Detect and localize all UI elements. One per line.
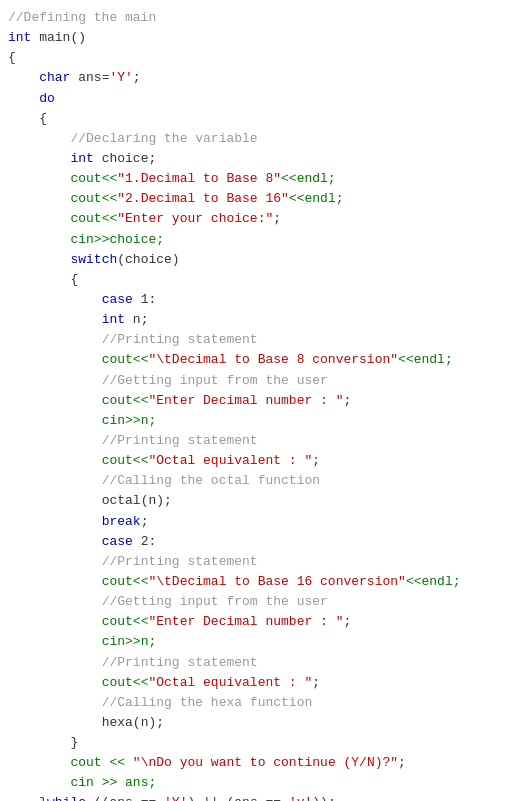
code-token: choice; bbox=[94, 149, 156, 169]
code-token: ans= bbox=[70, 68, 109, 88]
code-token: ; bbox=[312, 451, 320, 471]
code-token: <<endl; bbox=[406, 572, 461, 592]
code-line: cout<<"Enter Decimal number : "; bbox=[0, 612, 528, 632]
code-token: hexa(n); bbox=[102, 713, 164, 733]
code-token: "Enter Decimal number : " bbox=[148, 391, 343, 411]
code-token: "Octal equivalent : " bbox=[148, 673, 312, 693]
code-token: cout<< bbox=[70, 209, 117, 229]
code-token: <<endl; bbox=[289, 189, 344, 209]
code-line: hexa(n); bbox=[0, 713, 528, 733]
code-token: (choice) bbox=[117, 250, 179, 270]
code-token: 'Y' bbox=[164, 793, 187, 801]
code-token: cout<< bbox=[102, 451, 149, 471]
code-token: "Enter Decimal number : " bbox=[148, 612, 343, 632]
code-token: //Calling the octal function bbox=[102, 471, 320, 491]
code-token: //Declaring the variable bbox=[70, 129, 257, 149]
code-token: ((ans == bbox=[86, 793, 164, 801]
code-token: } bbox=[39, 793, 47, 801]
code-token: ) || (ans == bbox=[187, 793, 288, 801]
code-token: ; bbox=[343, 612, 351, 632]
code-token: cout<< bbox=[70, 169, 117, 189]
code-token: <<endl; bbox=[281, 169, 336, 189]
code-token: do bbox=[39, 89, 55, 109]
code-token: 'Y' bbox=[109, 68, 132, 88]
code-token: "\tDecimal to Base 16 conversion" bbox=[148, 572, 405, 592]
code-token: cout<< bbox=[102, 572, 149, 592]
code-line: int main() bbox=[0, 28, 528, 48]
code-token: cin>>n; bbox=[102, 632, 157, 652]
code-token: ; bbox=[141, 512, 149, 532]
code-line: cin >> ans; bbox=[0, 773, 528, 793]
code-line: case 1: bbox=[0, 290, 528, 310]
code-token: n; bbox=[125, 310, 148, 330]
code-token: //Getting input from the user bbox=[102, 592, 328, 612]
code-token: //Getting input from the user bbox=[102, 371, 328, 391]
code-token: while bbox=[47, 793, 86, 801]
code-token: octal(n); bbox=[102, 491, 172, 511]
code-token: "Enter your choice:" bbox=[117, 209, 273, 229]
code-line: char ans='Y'; bbox=[0, 68, 528, 88]
code-token: )); bbox=[312, 793, 335, 801]
code-token: cout<< bbox=[102, 350, 149, 370]
code-token: } bbox=[70, 733, 78, 753]
code-line: //Getting input from the user bbox=[0, 592, 528, 612]
code-token: "\nDo you want to continue (Y/N)?" bbox=[133, 753, 398, 773]
code-token: int bbox=[70, 149, 93, 169]
code-token: char bbox=[39, 68, 70, 88]
code-token: ; bbox=[133, 68, 141, 88]
code-line: { bbox=[0, 109, 528, 129]
code-token: //Defining the main bbox=[8, 8, 156, 28]
code-line: //Calling the hexa function bbox=[0, 693, 528, 713]
code-token: ; bbox=[273, 209, 281, 229]
code-token: cout << bbox=[70, 753, 132, 773]
code-line: cin>>n; bbox=[0, 632, 528, 652]
code-token: case bbox=[102, 290, 133, 310]
code-line: { bbox=[0, 270, 528, 290]
code-token: int bbox=[8, 28, 31, 48]
code-token: "1.Decimal to Base 8" bbox=[117, 169, 281, 189]
code-token: //Printing statement bbox=[102, 552, 258, 572]
code-token: "\tDecimal to Base 8 conversion" bbox=[148, 350, 398, 370]
code-line: //Printing statement bbox=[0, 653, 528, 673]
code-line: } bbox=[0, 733, 528, 753]
code-line: cout<<"Enter your choice:"; bbox=[0, 209, 528, 229]
code-line: break; bbox=[0, 512, 528, 532]
code-token: case bbox=[102, 532, 133, 552]
code-line: cout<<"\tDecimal to Base 16 conversion"<… bbox=[0, 572, 528, 592]
code-token: ; bbox=[312, 673, 320, 693]
code-line: //Printing statement bbox=[0, 552, 528, 572]
code-token: break bbox=[102, 512, 141, 532]
code-line: int n; bbox=[0, 310, 528, 330]
code-editor: //Defining the mainint main(){ char ans=… bbox=[0, 0, 528, 801]
code-token: main() bbox=[31, 28, 86, 48]
code-token: <<endl; bbox=[398, 350, 453, 370]
code-token: //Printing statement bbox=[102, 431, 258, 451]
code-line: cout << "\nDo you want to continue (Y/N)… bbox=[0, 753, 528, 773]
code-line: octal(n); bbox=[0, 491, 528, 511]
code-token: cout<< bbox=[102, 673, 149, 693]
code-line: cout<<"1.Decimal to Base 8"<<endl; bbox=[0, 169, 528, 189]
code-token: cin>>choice; bbox=[70, 230, 164, 250]
code-line: //Calling the octal function bbox=[0, 471, 528, 491]
code-token: cin>>n; bbox=[102, 411, 157, 431]
code-token: { bbox=[70, 270, 78, 290]
code-token: "2.Decimal to Base 16" bbox=[117, 189, 289, 209]
code-token: { bbox=[39, 109, 47, 129]
code-line: case 2: bbox=[0, 532, 528, 552]
code-line: cin>>n; bbox=[0, 411, 528, 431]
code-token: "Octal equivalent : " bbox=[148, 451, 312, 471]
code-token: 1: bbox=[133, 290, 156, 310]
code-token: int bbox=[102, 310, 125, 330]
code-line: //Getting input from the user bbox=[0, 371, 528, 391]
code-line: cout<<"Enter Decimal number : "; bbox=[0, 391, 528, 411]
code-line: do bbox=[0, 89, 528, 109]
code-token: cout<< bbox=[102, 391, 149, 411]
code-line: //Declaring the variable bbox=[0, 129, 528, 149]
code-line: //Defining the main bbox=[0, 8, 528, 28]
code-token: //Calling the hexa function bbox=[102, 693, 313, 713]
code-token: ; bbox=[398, 753, 406, 773]
code-token: 2: bbox=[133, 532, 156, 552]
code-token: //Printing statement bbox=[102, 330, 258, 350]
code-line: cout<<"Octal equivalent : "; bbox=[0, 673, 528, 693]
code-line: //Printing statement bbox=[0, 330, 528, 350]
